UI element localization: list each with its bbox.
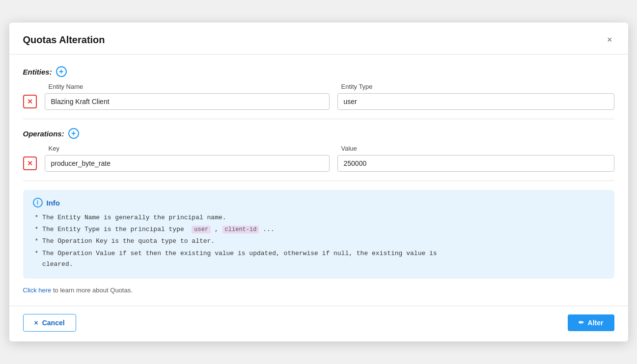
alter-label: Alter [588,319,604,327]
close-button[interactable]: × [605,33,614,46]
add-entity-button[interactable]: + [56,66,67,77]
remove-entity-icon: ✕ [27,98,33,105]
info-line-2: * The Entity Type is the principal type … [35,224,605,235]
modal-header: Quotas Alteration × [9,23,628,54]
entity-row: ✕ [23,93,614,110]
cancel-button[interactable]: × Cancel [23,314,76,332]
operation-row: ✕ [23,155,614,172]
entity-name-input[interactable] [45,93,330,110]
entity-col-headers: Entity Name Entity Type [49,83,614,90]
badge-client-id: client-id [222,226,259,234]
learn-more-section: Click here to learn more about Quotas. [23,286,614,294]
remove-operation-button[interactable]: ✕ [23,156,37,170]
info-body: * The Entity Name is generally the princ… [33,212,605,269]
alter-icon: ✏ [579,319,584,326]
modal-container: Quotas Alteration × Entities: + Entity N… [9,23,628,341]
entity-type-header: Entity Type [341,83,614,90]
alter-button[interactable]: ✏ Alter [568,314,614,331]
cancel-icon: × [34,319,38,327]
operation-key-input[interactable] [45,155,330,172]
info-icon: i [33,198,43,208]
entity-name-header: Entity Name [49,83,333,90]
remove-entity-button[interactable]: ✕ [23,95,37,108]
modal-footer: × Cancel ✏ Alter [9,306,628,341]
info-line-3: * The Operation Key is the quota type to… [35,236,605,247]
learn-more-text: to learn more about Quotas. [53,286,133,294]
entities-section-label: Entities: + [23,66,614,77]
add-operation-button[interactable]: + [68,128,79,139]
cancel-label: Cancel [42,319,65,327]
entity-type-input[interactable] [337,93,614,110]
operation-key-header: Key [49,145,333,152]
info-title: Info [47,199,60,207]
operation-value-input[interactable] [337,155,614,172]
operation-value-header: Value [341,145,614,152]
modal-body: Entities: + Entity Name Entity Type ✕ Op… [9,54,628,305]
modal-title: Quotas Alteration [23,34,105,46]
operations-section-label: Operations: + [23,128,614,139]
badge-user: user [192,226,211,234]
operation-col-headers: Key Value [49,145,614,152]
section-divider-2 [23,181,614,181]
info-box: i Info * The Entity Name is generally th… [23,190,614,278]
learn-more-link[interactable]: Click here [23,286,52,294]
remove-operation-icon: ✕ [27,159,33,167]
info-line-1: * The Entity Name is generally the princ… [35,212,605,223]
info-line-4: * The Operation Value if set then the ex… [35,248,605,270]
section-divider-1 [23,119,614,119]
info-header: i Info [33,198,605,208]
